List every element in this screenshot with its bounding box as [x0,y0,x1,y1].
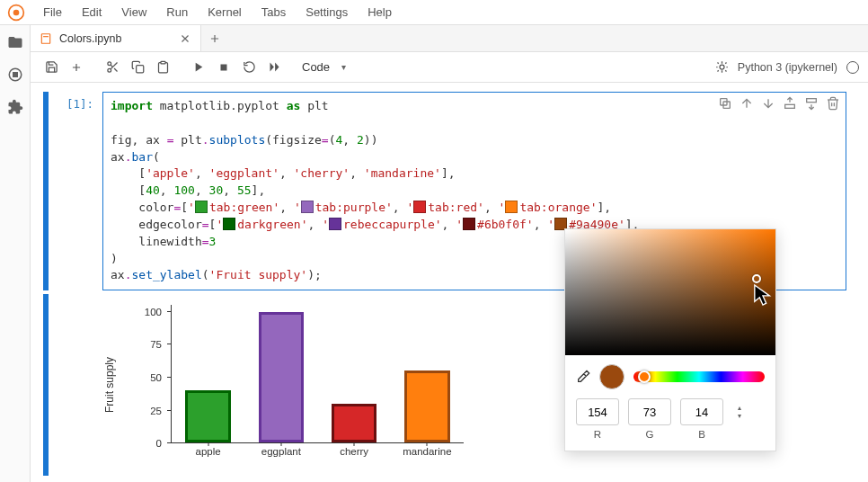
rgb-g-label: G [628,429,671,440]
copy-button[interactable] [126,56,149,79]
add-cell-button[interactable] [65,56,88,79]
tab-bar: Colors.ipynb [31,25,868,52]
svg-line-9 [114,68,117,71]
svg-line-10 [111,65,112,67]
stop-button[interactable] [212,56,235,79]
svg-marker-15 [270,63,273,72]
swatch-6b0f0f[interactable] [463,218,475,230]
output-prompt [54,294,102,476]
extensions-icon[interactable] [7,99,23,115]
color-picker-popover: ▴▾ R G B [564,228,776,451]
tab-title: Colors.ipynb [59,32,121,45]
rgb-b-label: B [680,429,723,440]
svg-marker-16 [275,63,279,72]
ytick-label: 0 [156,438,162,449]
svg-rect-21 [807,99,817,103]
sv-panel[interactable] [565,229,775,355]
notebook-icon [40,32,52,45]
ytick-label: 25 [150,406,162,416]
hue-handle[interactable] [638,370,651,383]
svg-rect-3 [13,73,17,77]
menu-run[interactable]: Run [157,2,197,22]
folder-icon[interactable] [7,34,23,50]
svg-rect-11 [136,66,143,73]
paste-button[interactable] [151,56,174,79]
save-button[interactable] [40,56,63,79]
swatch-rebeccapurple[interactable] [329,218,341,230]
menu-settings[interactable]: Settings [297,2,357,22]
format-toggle[interactable]: ▴▾ [732,404,747,420]
hue-slider[interactable] [633,371,765,382]
sv-handle[interactable] [752,274,761,283]
jupyter-logo [7,4,25,22]
rgb-b-input[interactable] [680,398,723,425]
rgb-g-input[interactable] [628,398,671,425]
menu-tabs[interactable]: Tabs [252,2,295,22]
left-sidebar [0,25,31,482]
running-icon[interactable] [7,67,23,83]
move-up-icon[interactable] [740,96,754,111]
ytick-label: 75 [150,339,162,350]
cell-gutter-bar [43,92,49,290]
bar-chart: Fruit supply 0255075100 appleeggplantche… [113,299,473,470]
notebook-toolbar: Code Python 3 (ipykernel) [31,52,868,83]
svg-marker-13 [195,63,202,72]
svg-point-7 [107,68,111,72]
duplicate-icon[interactable] [718,96,732,111]
ytick-label: 50 [150,372,162,383]
insert-above-icon[interactable] [783,96,797,111]
swatch-tab-orange[interactable] [505,201,518,213]
menubar: File Edit View Run Kernel Tabs Settings … [0,0,868,25]
swatch-tab-green[interactable] [195,201,208,213]
debug-icon[interactable] [715,60,729,74]
cell-gutter-bar [43,294,49,476]
rgb-r-input[interactable] [576,398,619,425]
tab-add-button[interactable] [201,25,228,51]
svg-rect-4 [41,33,49,43]
svg-point-17 [720,65,724,69]
svg-point-1 [13,9,20,15]
bar-eggplant [259,312,304,443]
swatch-tab-purple[interactable] [301,201,314,213]
chart-yticks: 0255075100 [113,305,167,443]
svg-rect-20 [785,104,795,108]
move-down-icon[interactable] [761,96,775,111]
preview-swatch [599,364,624,389]
tab-colors-notebook[interactable]: Colors.ipynb [31,25,201,51]
restart-run-all-button[interactable] [262,56,286,79]
cell-prompt: [1]: [54,92,102,290]
kernel-name-label[interactable]: Python 3 (ipykernel) [738,61,837,74]
cell-actions [718,96,840,111]
bar-mandarine [404,370,449,442]
menu-file[interactable]: File [34,2,71,22]
swatch-darkgreen[interactable] [223,218,235,230]
rgb-r-label: R [576,429,619,440]
swatch-tab-red[interactable] [413,201,426,213]
svg-rect-14 [221,64,227,70]
menu-edit[interactable]: Edit [73,2,111,22]
eyedropper-icon[interactable] [576,370,590,384]
insert-below-icon[interactable] [804,96,819,111]
close-icon[interactable] [179,32,191,45]
svg-rect-12 [161,61,165,64]
kernel-status-icon[interactable] [846,61,859,74]
delete-icon[interactable] [826,96,840,111]
svg-point-6 [107,62,111,66]
run-button[interactable] [187,56,210,79]
bar-apple [185,390,230,442]
cut-button[interactable] [101,56,124,79]
svg-rect-5 [43,36,49,37]
bar-cherry [332,404,376,443]
restart-button[interactable] [237,56,261,79]
menu-kernel[interactable]: Kernel [199,2,251,22]
chart-plot-area: appleeggplantcherrymandarine [171,305,464,443]
menu-help[interactable]: Help [359,2,401,22]
cell-type-select[interactable]: Code [288,58,351,76]
menu-view[interactable]: View [112,2,155,22]
ytick-label: 100 [145,307,162,317]
